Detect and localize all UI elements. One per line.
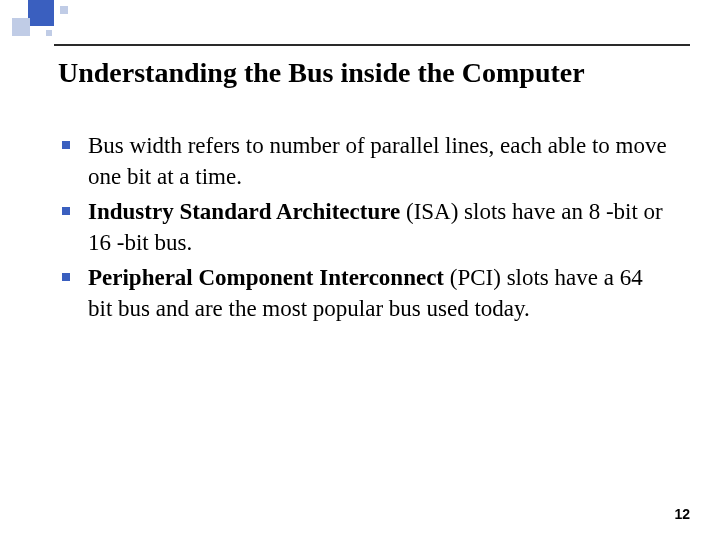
deco-square-large — [28, 0, 54, 26]
list-item: Industry Standard Architecture (ISA) slo… — [58, 196, 668, 258]
list-item: Bus width refers to number of parallel l… — [58, 130, 668, 192]
header-decoration — [0, 0, 720, 48]
bullet-text-pre: Bus width refers to number of parallel l… — [88, 133, 667, 189]
slide-body: Bus width refers to number of parallel l… — [58, 130, 668, 328]
deco-square-small-1 — [60, 6, 68, 14]
bullet-text-bold: Industry Standard Architecture — [88, 199, 400, 224]
slide-title: Understanding the Bus inside the Compute… — [58, 56, 688, 90]
header-rule — [54, 44, 690, 46]
deco-square-medium — [12, 18, 30, 36]
list-item: Peripheral Component Interconnect (PCI) … — [58, 262, 668, 324]
page-number: 12 — [674, 506, 690, 522]
bullet-text-bold: Peripheral Component Interconnect — [88, 265, 444, 290]
deco-square-small-2 — [46, 30, 52, 36]
bullet-list: Bus width refers to number of parallel l… — [58, 130, 668, 324]
